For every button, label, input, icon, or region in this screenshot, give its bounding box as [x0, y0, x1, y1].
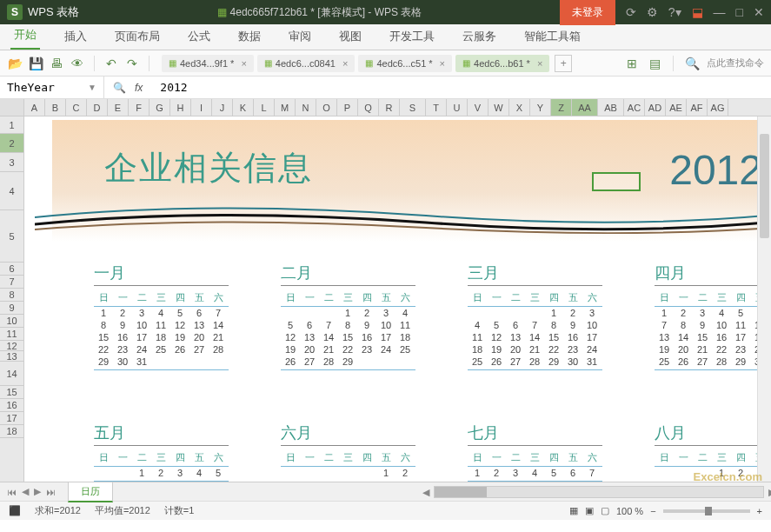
- save-icon[interactable]: 💾: [28, 56, 43, 71]
- row-header-5[interactable]: 5: [0, 210, 23, 263]
- sheet-content[interactable]: 企业相关信息 2012 一月日一二三四五六1234567891011121314…: [24, 116, 771, 482]
- zoom-in[interactable]: +: [757, 506, 762, 516]
- preview-icon[interactable]: 👁: [70, 56, 85, 71]
- row-header-16[interactable]: 16: [0, 399, 23, 412]
- ribbon-tab-2[interactable]: 页面布局: [111, 23, 163, 50]
- doc-tab-2[interactable]: ▦4edc6...c51 *×: [358, 55, 452, 72]
- scrollbar-thumb[interactable]: [760, 134, 769, 238]
- col-header-R[interactable]: R: [379, 99, 400, 116]
- col-header-C[interactable]: C: [66, 99, 87, 116]
- name-box-input[interactable]: [7, 81, 85, 94]
- col-header-F[interactable]: F: [129, 99, 150, 116]
- row-header-12[interactable]: 12: [0, 341, 23, 351]
- view-mode-1[interactable]: ▦: [569, 505, 578, 516]
- name-box[interactable]: ▼: [0, 76, 104, 98]
- col-header-E[interactable]: E: [108, 99, 129, 116]
- search-icon[interactable]: 🔍: [684, 56, 700, 71]
- sheet-nav-last[interactable]: ⏭: [46, 487, 56, 497]
- zoom-slider[interactable]: [663, 509, 750, 513]
- col-header-W[interactable]: W: [489, 99, 509, 116]
- tool-icon-2[interactable]: ▤: [647, 56, 662, 71]
- row-header-10[interactable]: 10: [0, 315, 23, 328]
- select-all-corner[interactable]: [0, 99, 24, 116]
- col-header-L[interactable]: L: [254, 99, 275, 116]
- col-header-A[interactable]: A: [24, 99, 45, 116]
- undo-icon[interactable]: ↶: [103, 56, 119, 71]
- zoom-fx-icon[interactable]: 🔍: [113, 82, 126, 94]
- col-header-Q[interactable]: Q: [358, 99, 379, 116]
- col-header-K[interactable]: K: [233, 99, 254, 116]
- col-header-AF[interactable]: AF: [687, 99, 708, 116]
- col-header-V[interactable]: V: [468, 99, 489, 116]
- col-header-B[interactable]: B: [45, 99, 66, 116]
- row-header-7[interactable]: 7: [0, 276, 23, 289]
- maximize-icon[interactable]: □: [736, 5, 743, 19]
- col-header-AE[interactable]: AE: [666, 99, 687, 116]
- ribbon-tab-6[interactable]: 视图: [336, 23, 365, 50]
- search-hint[interactable]: 点此查找命令: [707, 57, 764, 70]
- help-icon[interactable]: ?▾: [668, 5, 681, 19]
- ribbon-tab-8[interactable]: 云服务: [459, 23, 500, 50]
- ribbon-tab-5[interactable]: 审阅: [285, 23, 315, 50]
- row-header-14[interactable]: 14: [0, 362, 23, 386]
- print-icon[interactable]: 🖶: [49, 56, 64, 71]
- ribbon-tab-3[interactable]: 公式: [184, 23, 214, 50]
- settings-icon[interactable]: ⚙: [647, 5, 658, 19]
- row-header-13[interactable]: 13: [0, 351, 23, 362]
- minimize-icon[interactable]: —: [714, 5, 726, 19]
- tool-icon-1[interactable]: ⊞: [624, 56, 640, 71]
- col-header-U[interactable]: U: [447, 99, 468, 116]
- hscroll-left[interactable]: ◀: [422, 487, 429, 498]
- sheet-tab-active[interactable]: 日历: [68, 482, 113, 502]
- close-icon[interactable]: ✕: [754, 5, 764, 19]
- add-tab-button[interactable]: +: [555, 55, 572, 72]
- col-header-AA[interactable]: AA: [572, 99, 598, 116]
- col-header-AC[interactable]: AC: [624, 99, 645, 116]
- row-header-8[interactable]: 8: [0, 289, 23, 302]
- col-header-AG[interactable]: AG: [708, 99, 728, 116]
- row-header-9[interactable]: 9: [0, 302, 23, 315]
- row-header-15[interactable]: 15: [0, 386, 23, 399]
- doc-tab-3[interactable]: ▦4edc6...b61 *×: [455, 55, 549, 72]
- col-header-H[interactable]: H: [170, 99, 191, 116]
- ribbon-tab-9[interactable]: 智能工具箱: [521, 23, 584, 50]
- horizontal-scrollbar[interactable]: ◀ ▶: [434, 486, 764, 498]
- fx-label[interactable]: fx: [135, 82, 143, 94]
- row-header-6[interactable]: 6: [0, 263, 23, 276]
- ribbon-tab-4[interactable]: 数据: [235, 23, 264, 50]
- col-header-Y[interactable]: Y: [530, 99, 551, 116]
- login-button[interactable]: 未登录: [560, 0, 615, 25]
- row-header-1[interactable]: 1: [0, 116, 23, 134]
- doc-tab-1[interactable]: ▦4edc6...c0841×: [257, 55, 356, 72]
- vertical-scrollbar[interactable]: [757, 116, 771, 482]
- view-mode-3[interactable]: ▢: [601, 505, 609, 516]
- row-header-3[interactable]: 3: [0, 153, 23, 172]
- col-header-G[interactable]: G: [150, 99, 170, 116]
- doc-tab-0[interactable]: ▦4ed34...9f1 *×: [162, 55, 254, 72]
- col-header-AD[interactable]: AD: [645, 99, 666, 116]
- col-header-Z[interactable]: Z: [551, 99, 572, 116]
- name-box-dropdown-icon[interactable]: ▼: [88, 83, 96, 92]
- collapse-icon[interactable]: ⬓: [692, 5, 703, 19]
- open-icon[interactable]: 📂: [7, 56, 23, 71]
- ribbon-tab-1[interactable]: 插入: [61, 23, 90, 50]
- col-header-X[interactable]: X: [509, 99, 530, 116]
- sheet-nav-first[interactable]: ⏮: [7, 487, 17, 497]
- redo-icon[interactable]: ↷: [124, 56, 140, 71]
- sheet-nav-prev[interactable]: ◀: [22, 486, 29, 497]
- view-mode-2[interactable]: ▣: [585, 505, 594, 516]
- hscroll-thumb[interactable]: [435, 487, 487, 497]
- col-header-M[interactable]: M: [275, 99, 296, 116]
- col-header-I[interactable]: I: [191, 99, 212, 116]
- sheet-nav-next[interactable]: ▶: [34, 486, 41, 497]
- col-header-D[interactable]: D: [87, 99, 108, 116]
- row-header-4[interactable]: 4: [0, 172, 23, 210]
- ribbon-tab-7[interactable]: 开发工具: [386, 23, 438, 50]
- sync-icon[interactable]: ⟳: [626, 5, 636, 19]
- col-header-T[interactable]: T: [426, 99, 447, 116]
- col-header-O[interactable]: O: [316, 99, 337, 116]
- row-header-18[interactable]: 18: [0, 425, 23, 438]
- col-header-J[interactable]: J: [212, 99, 233, 116]
- zoom-out[interactable]: −: [650, 506, 655, 516]
- row-header-17[interactable]: 17: [0, 412, 23, 425]
